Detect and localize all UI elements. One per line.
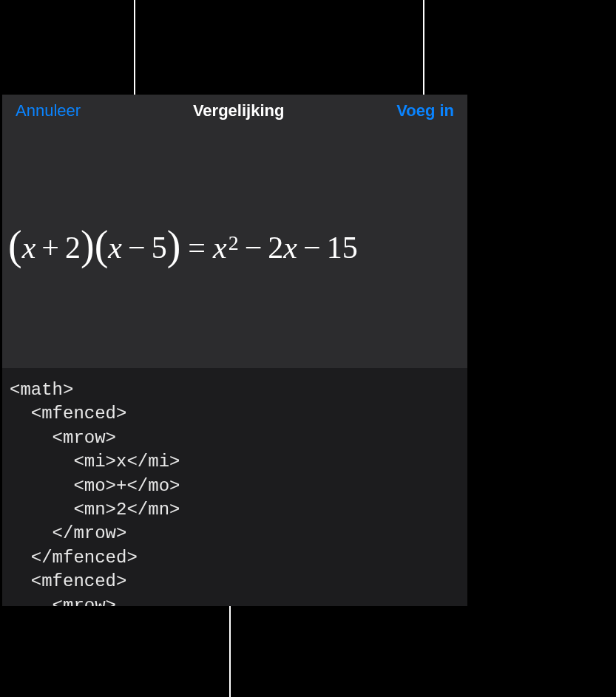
code-editor[interactable]: <math> <mfenced> <mrow> <mi>x</mi> <mo>+… [2, 368, 467, 606]
callout-line-insert [423, 0, 424, 95]
equation-dialog: Annuleer Vergelijking Voeg in (x+2)(x−5)… [2, 95, 467, 606]
code-text: <math> <mfenced> <mrow> <mi>x</mi> <mo>+… [10, 378, 460, 606]
callout-line-code [229, 606, 231, 697]
cancel-button[interactable]: Annuleer [16, 101, 81, 120]
equation-preview: (x+2)(x−5)=x2−2x−15 [2, 127, 467, 368]
insert-button[interactable]: Voeg in [396, 101, 454, 120]
dialog-header: Annuleer Vergelijking Voeg in [2, 95, 467, 127]
dialog-title: Vergelijking [193, 101, 285, 120]
equation-rendered: (x+2)(x−5)=x2−2x−15 [8, 227, 358, 268]
